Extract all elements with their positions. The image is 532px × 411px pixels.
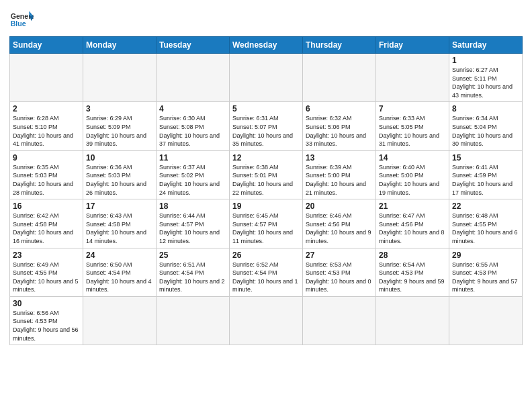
- day-number: 4: [159, 104, 226, 113]
- calendar-cell: 28Sunrise: 6:54 AM Sunset: 4:53 PM Dayli…: [376, 248, 449, 296]
- day-info: Sunrise: 6:44 AM Sunset: 4:57 PM Dayligh…: [159, 212, 226, 245]
- day-info: Sunrise: 6:36 AM Sunset: 5:03 PM Dayligh…: [86, 163, 153, 197]
- day-number: 12: [232, 153, 300, 163]
- calendar-cell: 20Sunrise: 6:46 AM Sunset: 4:56 PM Dayli…: [303, 199, 376, 248]
- day-number: 17: [86, 201, 153, 211]
- calendar-cell: [303, 54, 376, 102]
- calendar-cell: [157, 54, 230, 102]
- day-info: Sunrise: 6:38 AM Sunset: 5:01 PM Dayligh…: [232, 163, 300, 197]
- calendar-cell: 14Sunrise: 6:40 AM Sunset: 5:00 PM Dayli…: [376, 150, 449, 199]
- calendar-cell: 3Sunrise: 6:29 AM Sunset: 5:09 PM Daylig…: [83, 102, 157, 150]
- calendar-cell: [449, 296, 523, 345]
- calendar-cell: 24Sunrise: 6:50 AM Sunset: 4:54 PM Dayli…: [83, 248, 157, 296]
- day-number: 2: [13, 104, 80, 113]
- calendar-cell: [303, 296, 376, 345]
- calendar-cell: 11Sunrise: 6:37 AM Sunset: 5:02 PM Dayli…: [157, 150, 230, 199]
- calendar-cell: 23Sunrise: 6:49 AM Sunset: 4:55 PM Dayli…: [10, 248, 83, 296]
- calendar-cell: [230, 296, 303, 345]
- header: General Blue: [9, 7, 523, 31]
- day-number: 10: [86, 153, 153, 163]
- day-info: Sunrise: 6:33 AM Sunset: 5:05 PM Dayligh…: [379, 114, 446, 148]
- day-number: 1: [452, 56, 519, 65]
- day-number: 16: [13, 201, 80, 211]
- day-number: 21: [379, 201, 446, 211]
- day-number: 29: [452, 250, 519, 260]
- weekday-header-sunday: Sunday: [10, 37, 83, 54]
- day-number: 19: [232, 201, 300, 211]
- logo: General Blue: [9, 7, 34, 31]
- day-info: Sunrise: 6:53 AM Sunset: 4:53 PM Dayligh…: [306, 261, 373, 294]
- day-info: Sunrise: 6:37 AM Sunset: 5:02 PM Dayligh…: [159, 163, 226, 197]
- calendar-cell: 30Sunrise: 6:56 AM Sunset: 4:53 PM Dayli…: [10, 296, 83, 345]
- day-number: 5: [232, 104, 300, 113]
- calendar-cell: 29Sunrise: 6:55 AM Sunset: 4:53 PM Dayli…: [449, 248, 523, 296]
- calendar-cell: 1Sunrise: 6:27 AM Sunset: 5:11 PM Daylig…: [449, 54, 523, 102]
- calendar-cell: 2Sunrise: 6:28 AM Sunset: 5:10 PM Daylig…: [10, 102, 83, 150]
- calendar-cell: 9Sunrise: 6:35 AM Sunset: 5:03 PM Daylig…: [10, 150, 83, 199]
- logo-icon: General Blue: [9, 7, 34, 31]
- calendar-cell: 8Sunrise: 6:34 AM Sunset: 5:04 PM Daylig…: [449, 102, 523, 150]
- day-info: Sunrise: 6:42 AM Sunset: 4:58 PM Dayligh…: [13, 212, 80, 245]
- calendar-cell: 26Sunrise: 6:52 AM Sunset: 4:54 PM Dayli…: [230, 248, 303, 296]
- calendar-cell: [83, 296, 157, 345]
- calendar-cell: 27Sunrise: 6:53 AM Sunset: 4:53 PM Dayli…: [303, 248, 376, 296]
- day-info: Sunrise: 6:39 AM Sunset: 5:00 PM Dayligh…: [306, 163, 373, 197]
- calendar-cell: [376, 296, 449, 345]
- calendar-cell: 25Sunrise: 6:51 AM Sunset: 4:54 PM Dayli…: [157, 248, 230, 296]
- calendar-cell: [83, 54, 157, 102]
- day-info: Sunrise: 6:50 AM Sunset: 4:54 PM Dayligh…: [86, 261, 153, 294]
- day-info: Sunrise: 6:49 AM Sunset: 4:55 PM Dayligh…: [13, 261, 80, 294]
- calendar-cell: 5Sunrise: 6:31 AM Sunset: 5:07 PM Daylig…: [230, 102, 303, 150]
- calendar-cell: [230, 54, 303, 102]
- day-number: 28: [379, 250, 446, 260]
- day-number: 27: [306, 250, 373, 260]
- day-info: Sunrise: 6:55 AM Sunset: 4:53 PM Dayligh…: [452, 261, 519, 294]
- calendar-cell: 6Sunrise: 6:32 AM Sunset: 5:06 PM Daylig…: [303, 102, 376, 150]
- calendar-week-3: 9Sunrise: 6:35 AM Sunset: 5:03 PM Daylig…: [10, 150, 523, 199]
- weekday-header-row: SundayMondayTuesdayWednesdayThursdayFrid…: [10, 37, 523, 54]
- weekday-header-thursday: Thursday: [303, 37, 376, 54]
- calendar-cell: 21Sunrise: 6:47 AM Sunset: 4:56 PM Dayli…: [376, 199, 449, 248]
- day-number: 3: [86, 104, 153, 113]
- calendar-cell: 15Sunrise: 6:41 AM Sunset: 4:59 PM Dayli…: [449, 150, 523, 199]
- day-info: Sunrise: 6:28 AM Sunset: 5:10 PM Dayligh…: [13, 114, 80, 148]
- calendar-cell: 12Sunrise: 6:38 AM Sunset: 5:01 PM Dayli…: [230, 150, 303, 199]
- day-info: Sunrise: 6:34 AM Sunset: 5:04 PM Dayligh…: [452, 114, 519, 148]
- calendar-cell: [157, 296, 230, 345]
- weekday-header-saturday: Saturday: [449, 37, 523, 54]
- day-number: 14: [379, 153, 446, 163]
- day-number: 6: [306, 104, 373, 113]
- weekday-header-friday: Friday: [376, 37, 449, 54]
- day-info: Sunrise: 6:41 AM Sunset: 4:59 PM Dayligh…: [452, 163, 519, 197]
- calendar-table: SundayMondayTuesdayWednesdayThursdayFrid…: [9, 36, 523, 345]
- calendar-week-4: 16Sunrise: 6:42 AM Sunset: 4:58 PM Dayli…: [10, 199, 523, 248]
- day-info: Sunrise: 6:40 AM Sunset: 5:00 PM Dayligh…: [379, 163, 446, 197]
- weekday-header-monday: Monday: [83, 37, 157, 54]
- calendar-cell: 16Sunrise: 6:42 AM Sunset: 4:58 PM Dayli…: [10, 199, 83, 248]
- calendar-cell: 19Sunrise: 6:45 AM Sunset: 4:57 PM Dayli…: [230, 199, 303, 248]
- day-number: 7: [379, 104, 446, 113]
- day-info: Sunrise: 6:47 AM Sunset: 4:56 PM Dayligh…: [379, 212, 446, 245]
- calendar-cell: 10Sunrise: 6:36 AM Sunset: 5:03 PM Dayli…: [83, 150, 157, 199]
- day-number: 23: [13, 250, 80, 260]
- day-info: Sunrise: 6:27 AM Sunset: 5:11 PM Dayligh…: [452, 66, 519, 99]
- calendar-cell: [376, 54, 449, 102]
- day-info: Sunrise: 6:32 AM Sunset: 5:06 PM Dayligh…: [306, 114, 373, 148]
- day-info: Sunrise: 6:52 AM Sunset: 4:54 PM Dayligh…: [232, 261, 300, 294]
- weekday-header-tuesday: Tuesday: [157, 37, 230, 54]
- day-number: 18: [159, 201, 226, 211]
- calendar-week-2: 2Sunrise: 6:28 AM Sunset: 5:10 PM Daylig…: [10, 102, 523, 150]
- calendar-cell: 22Sunrise: 6:48 AM Sunset: 4:55 PM Dayli…: [449, 199, 523, 248]
- day-number: 25: [159, 250, 226, 260]
- day-info: Sunrise: 6:35 AM Sunset: 5:03 PM Dayligh…: [13, 163, 80, 197]
- day-info: Sunrise: 6:43 AM Sunset: 4:58 PM Dayligh…: [86, 212, 153, 245]
- day-info: Sunrise: 6:29 AM Sunset: 5:09 PM Dayligh…: [86, 114, 153, 148]
- weekday-header-wednesday: Wednesday: [230, 37, 303, 54]
- day-number: 11: [159, 153, 226, 163]
- day-info: Sunrise: 6:48 AM Sunset: 4:55 PM Dayligh…: [452, 212, 519, 245]
- calendar-cell: [10, 54, 83, 102]
- day-info: Sunrise: 6:30 AM Sunset: 5:08 PM Dayligh…: [159, 114, 226, 148]
- day-info: Sunrise: 6:54 AM Sunset: 4:53 PM Dayligh…: [379, 261, 446, 294]
- day-info: Sunrise: 6:46 AM Sunset: 4:56 PM Dayligh…: [306, 212, 373, 245]
- day-number: 9: [13, 153, 80, 163]
